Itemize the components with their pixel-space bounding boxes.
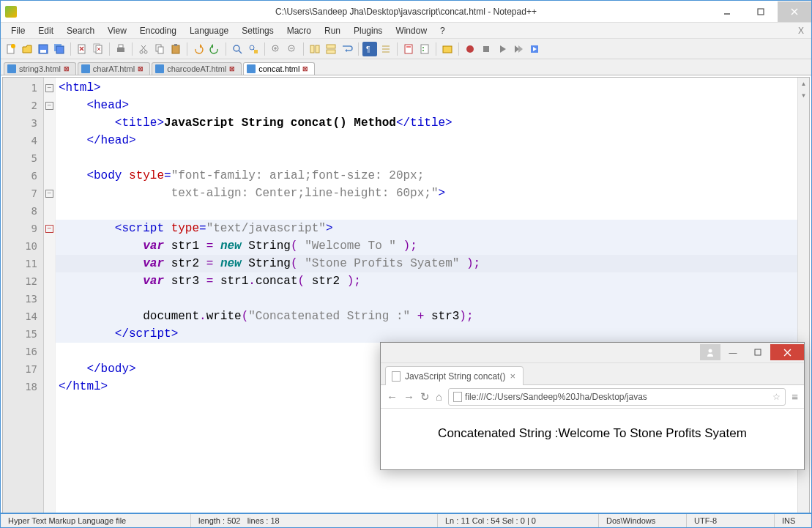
zoom-in-icon[interactable] [269, 42, 283, 56]
sync-h-icon[interactable] [324, 42, 338, 56]
browser-tab[interactable]: JavaScript String concat() × [385, 366, 524, 385]
sync-v-icon[interactable] [308, 42, 322, 56]
svg-rect-17 [117, 48, 124, 52]
record-macro-icon[interactable] [463, 42, 477, 56]
folder-view-icon[interactable] [440, 42, 455, 56]
svg-rect-50 [443, 46, 452, 53]
tab-label: concat.html [258, 64, 299, 73]
show-all-chars-icon[interactable]: ¶ [362, 42, 377, 56]
maximize-button[interactable] [744, 1, 778, 22]
toolbar: ¶ [1, 39, 811, 59]
svg-rect-45 [405, 45, 412, 53]
svg-line-28 [239, 51, 242, 53]
url-text: file:///C:/Users/Sandeep%20Jha/Desktop/j… [465, 392, 647, 402]
browser-minimize-button[interactable]: — [720, 344, 745, 360]
status-eol: Dos\Windows [599, 514, 687, 527]
menu-window[interactable]: Window [390, 24, 433, 37]
save-macro-icon[interactable] [527, 42, 542, 56]
browser-close-button[interactable] [770, 344, 804, 360]
close-button[interactable] [778, 1, 811, 22]
svg-rect-31 [254, 50, 258, 53]
tab-close-icon[interactable]: × [510, 371, 515, 382]
menu-language[interactable]: Language [184, 24, 234, 37]
file-tab-charcodeat[interactable]: charcodeAT.html⊠ [152, 62, 242, 75]
home-icon[interactable]: ⌂ [436, 390, 442, 403]
undo-icon[interactable] [191, 42, 206, 56]
play-multi-icon[interactable] [511, 42, 526, 56]
paste-icon[interactable] [168, 42, 183, 56]
file-icon [81, 64, 90, 73]
star-icon[interactable]: ☆ [772, 392, 781, 402]
scroll-up-icon[interactable]: ▲ [798, 78, 809, 89]
tab-label: charAT.html [93, 64, 135, 73]
browser-tab-title: JavaScript String concat() [405, 371, 505, 382]
url-bar[interactable]: file:///C:/Users/Sandeep%20Jha/Desktop/j… [448, 388, 786, 406]
line-number-gutter: 12345 678910 1112131415 161718 [3, 78, 44, 514]
browser-maximize-button[interactable] [745, 344, 770, 360]
print-icon[interactable] [113, 42, 128, 56]
copy-icon[interactable] [152, 42, 167, 56]
new-file-icon[interactable] [4, 42, 18, 56]
file-tab-string3[interactable]: string3.html⊠ [4, 62, 76, 75]
minimize-button[interactable] [710, 1, 744, 22]
svg-rect-25 [172, 45, 179, 53]
cut-icon[interactable] [136, 42, 151, 56]
menu-edit[interactable]: Edit [32, 24, 59, 37]
svg-point-51 [466, 45, 474, 53]
menu-file[interactable]: File [5, 24, 31, 37]
status-language: Hyper Text Markup Language file [1, 514, 191, 527]
close-all-icon[interactable] [91, 42, 105, 56]
reload-icon[interactable]: ↻ [420, 390, 430, 404]
menu-macro[interactable]: Macro [281, 24, 317, 37]
close-file-icon[interactable] [75, 42, 89, 56]
menu-plugins[interactable]: Plugins [348, 24, 388, 37]
svg-rect-55 [755, 349, 761, 355]
tab-label: charcodeAT.html [167, 64, 226, 73]
output-text: Concatenated String :Welcome To Stone Pr… [438, 426, 747, 440]
tab-close-icon[interactable]: ⊠ [302, 65, 310, 72]
file-icon [7, 64, 16, 73]
browser-window: — JavaScript String concat() × ← → ↻ ⌂ f… [380, 342, 805, 470]
file-tab-concat[interactable]: concat.html⊠ [243, 62, 315, 75]
forward-icon[interactable]: → [403, 390, 414, 403]
tab-close-icon[interactable]: ⊠ [64, 65, 71, 72]
menu-help[interactable]: ? [434, 24, 451, 37]
stop-macro-icon[interactable] [479, 42, 493, 56]
open-file-icon[interactable] [20, 42, 34, 56]
menu-close-x[interactable]: X [798, 26, 804, 36]
wrap-icon[interactable] [340, 42, 354, 56]
replace-icon[interactable] [246, 42, 261, 56]
menu-icon[interactable]: ≡ [791, 390, 798, 403]
tab-label: string3.html [19, 64, 61, 73]
status-bar: Hyper Text Markup Language file length :… [1, 513, 811, 527]
back-icon[interactable]: ← [387, 390, 398, 403]
zoom-out-icon[interactable] [285, 42, 299, 56]
browser-titlebar: — [381, 343, 804, 363]
save-all-icon[interactable] [52, 42, 67, 56]
menu-run[interactable]: Run [319, 24, 346, 37]
tab-close-icon[interactable]: ⊠ [138, 65, 145, 72]
file-tab-charat[interactable]: charAT.html⊠ [78, 62, 150, 75]
save-icon[interactable] [36, 42, 51, 56]
scroll-down-icon[interactable]: ▼ [798, 89, 809, 101]
doc-map-icon[interactable] [401, 42, 416, 56]
svg-rect-40 [327, 50, 335, 53]
file-tab-bar: string3.html⊠ charAT.html⊠ charcodeAT.ht… [1, 59, 811, 75]
svg-point-54 [709, 349, 712, 353]
find-icon[interactable] [230, 42, 245, 56]
svg-rect-39 [327, 45, 335, 48]
indent-guide-icon[interactable] [379, 42, 393, 56]
play-macro-icon[interactable] [495, 42, 510, 56]
menu-settings[interactable]: Settings [236, 24, 279, 37]
menu-view[interactable]: View [102, 24, 133, 37]
menu-encoding[interactable]: Encoding [134, 24, 182, 37]
menu-search[interactable]: Search [61, 24, 100, 37]
browser-user-icon[interactable] [700, 344, 720, 360]
redo-icon[interactable] [207, 42, 222, 56]
browser-tab-row: JavaScript String concat() × [381, 363, 804, 385]
svg-rect-1 [758, 9, 764, 15]
tab-close-icon[interactable]: ⊠ [229, 65, 236, 72]
svg-rect-26 [174, 44, 177, 46]
file-icon [155, 64, 164, 73]
function-list-icon[interactable] [417, 42, 432, 56]
